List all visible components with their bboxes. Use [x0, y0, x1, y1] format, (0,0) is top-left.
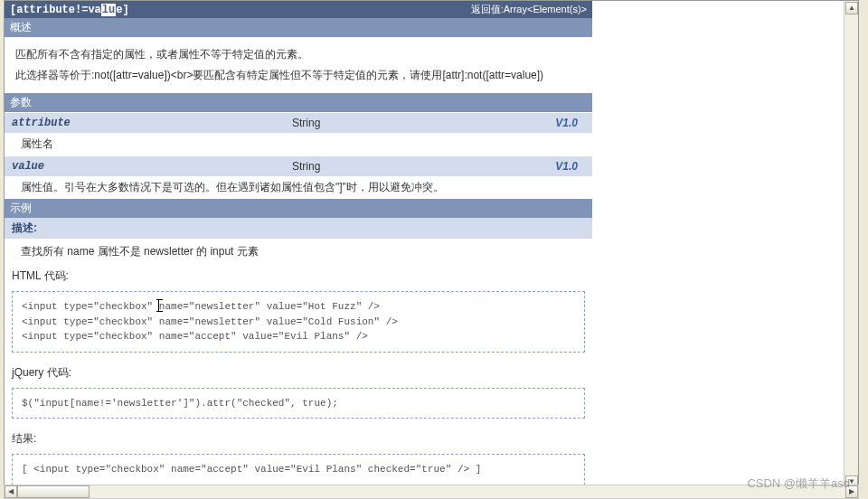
scroll-up-button[interactable]: ▲: [845, 2, 858, 14]
selector-prefix: [attribute!=va: [10, 4, 101, 16]
param-desc: 属性值。引号在大多数情况下是可选的。但在遇到诸如属性值包含"]"时，用以避免冲突…: [5, 176, 592, 199]
selector-suffix: e]: [116, 4, 128, 16]
param-type: String: [292, 160, 464, 173]
hscroll-track[interactable]: [17, 485, 845, 498]
section-overview-head: 概述: [5, 18, 592, 37]
selector-title: [attribute!=value]: [10, 4, 129, 16]
selector-highlight: lu: [101, 4, 116, 16]
param-type: String: [292, 117, 464, 129]
param-row: attribute String V1.0: [5, 112, 592, 133]
vscroll-track[interactable]: [844, 15, 858, 475]
overview-p2: 此选择器等价于:not([attr=value])<br>要匹配含有特定属性但不…: [15, 67, 581, 84]
horizontal-scrollbar[interactable]: ◀ ▶: [4, 485, 859, 499]
param-name: value: [12, 160, 292, 173]
param-version: V1.0: [464, 160, 585, 173]
param-row: value String V1.0: [5, 155, 592, 176]
example-desc: 查找所有 name 属性不是 newsletter 的 input 元素: [5, 239, 592, 265]
html-code-label: HTML 代码:: [5, 265, 592, 287]
doc-inner: [attribute!=value] 返回值:Array<Element(s)>…: [5, 1, 592, 485]
overview-block: 匹配所有不含有指定的属性，或者属性不等于特定值的元素。 此选择器等价于:not(…: [5, 37, 592, 93]
param-version: V1.0: [464, 117, 585, 129]
html-code-box: <input type="checkbox" name="newsletter"…: [12, 291, 585, 353]
result-code-box: [ <input type="checkbox" name="accept" v…: [12, 454, 585, 485]
section-example-head: 示例: [5, 199, 592, 218]
vertical-scrollbar[interactable]: ▲ ▼: [844, 1, 858, 488]
example-desc-label: 描述:: [5, 218, 592, 239]
scroll-left-button[interactable]: ◀: [5, 485, 17, 498]
section-params-head: 参数: [5, 93, 592, 112]
param-name: attribute: [12, 117, 292, 129]
document-frame: [attribute!=value] 返回值:Array<Element(s)>…: [4, 0, 859, 488]
text-cursor-icon: [158, 299, 159, 312]
jquery-code-box: $("input[name!='newsletter']").attr("che…: [12, 388, 585, 419]
hscroll-thumb[interactable]: [17, 485, 90, 498]
overview-p1: 匹配所有不含有指定的属性，或者属性不等于特定值的元素。: [15, 46, 581, 63]
title-bar: [attribute!=value] 返回值:Array<Element(s)>: [5, 1, 592, 18]
jquery-code-label: jQuery 代码:: [5, 362, 592, 384]
content-pane: [attribute!=value] 返回值:Array<Element(s)>…: [5, 1, 844, 487]
return-value: 返回值:Array<Element(s)>: [471, 3, 587, 16]
param-desc: 属性名: [5, 133, 592, 155]
result-label: 结果:: [5, 428, 592, 450]
scroll-right-button[interactable]: ▶: [845, 485, 858, 498]
